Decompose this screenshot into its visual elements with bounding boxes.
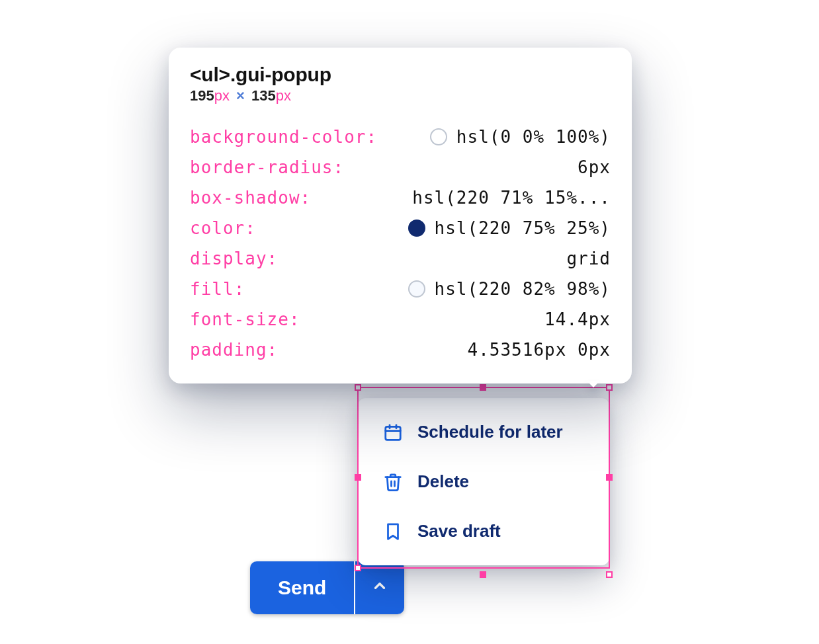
tooltip-height-value: 135 <box>251 87 276 104</box>
gui-popup: Schedule for later Delete Save draft <box>358 398 609 565</box>
times-icon: × <box>234 87 247 104</box>
send-options-toggle[interactable] <box>355 561 404 614</box>
tooltip-style-key: fill <box>190 280 245 298</box>
send-button-label: Send <box>278 577 326 599</box>
tooltip-style-value-text: 4.53516px 0px <box>468 341 611 358</box>
tooltip-selector-tag: <ul> <box>190 63 230 85</box>
tooltip-style-value: hsl(0 0% 100%) <box>430 128 611 145</box>
tooltip-style-row: font-size14.4px <box>190 304 611 335</box>
calendar-icon <box>383 423 403 442</box>
color-swatch-icon <box>430 128 447 145</box>
tooltip-height-unit: px <box>276 87 291 104</box>
svg-rect-0 <box>386 426 401 440</box>
trash-icon <box>383 472 403 492</box>
popup-item-delete[interactable]: Delete <box>358 457 609 506</box>
tooltip-style-value: 4.53516px 0px <box>468 341 611 358</box>
tooltip-style-value: hsl(220 82% 98%) <box>408 280 611 298</box>
popup-item-save-draft[interactable]: Save draft <box>358 506 609 556</box>
popup-item-schedule[interactable]: Schedule for later <box>358 407 609 457</box>
tooltip-style-key: font-size <box>190 311 300 328</box>
tooltip-style-row: border-radius6px <box>190 152 611 182</box>
selection-handle <box>480 571 486 578</box>
tooltip-style-value-text: hsl(220 71% 15%... <box>412 189 611 206</box>
send-split-button: Send <box>250 561 404 614</box>
tooltip-style-value-text: grid <box>566 250 611 267</box>
tooltip-style-key: display <box>190 250 278 267</box>
tooltip-style-key: border-radius <box>190 159 344 176</box>
popup-item-label: Save draft <box>417 521 501 542</box>
tooltip-style-row: padding4.53516px 0px <box>190 335 611 365</box>
tooltip-style-key: padding <box>190 341 278 358</box>
send-button[interactable]: Send <box>250 561 354 614</box>
devtools-inspector-tooltip: <ul>.gui-popup 195px × 135px background-… <box>169 48 632 383</box>
tooltip-dimensions: 195px × 135px <box>190 87 611 104</box>
tooltip-style-row: fillhsl(220 82% 98%) <box>190 274 611 304</box>
chevron-up-icon <box>371 577 388 599</box>
color-swatch-icon <box>408 220 425 237</box>
tooltip-style-row: background-colorhsl(0 0% 100%) <box>190 122 611 152</box>
selection-handle <box>606 571 613 578</box>
tooltip-selector-class: .gui-popup <box>230 63 331 85</box>
selection-handle <box>480 384 486 391</box>
tooltip-style-value: 14.4px <box>544 311 611 328</box>
tooltip-style-value: hsl(220 71% 15%... <box>412 189 611 206</box>
selection-handle <box>606 384 613 391</box>
tooltip-style-value: hsl(220 75% 25%) <box>408 220 611 237</box>
tooltip-style-value-text: 14.4px <box>544 311 611 328</box>
tooltip-style-row: box-shadowhsl(220 71% 15%... <box>190 182 611 213</box>
tooltip-style-value-text: hsl(220 75% 25%) <box>435 220 611 237</box>
tooltip-style-value-text: 6px <box>578 159 611 176</box>
popup-item-label: Delete <box>417 471 469 492</box>
bookmark-icon <box>383 522 403 542</box>
tooltip-style-value: grid <box>566 250 611 267</box>
tooltip-style-key: box-shadow <box>190 189 311 206</box>
popup-item-label: Schedule for later <box>417 422 563 442</box>
selection-handle <box>355 384 361 391</box>
tooltip-style-row: colorhsl(220 75% 25%) <box>190 213 611 243</box>
tooltip-style-key: background-color <box>190 128 377 145</box>
tooltip-style-value-text: hsl(220 82% 98%) <box>435 280 611 298</box>
color-swatch-icon <box>408 280 425 298</box>
tooltip-selector: <ul>.gui-popup <box>190 63 611 86</box>
tooltip-style-value: 6px <box>578 159 611 176</box>
tooltip-style-key: color <box>190 220 256 237</box>
tooltip-style-row: displaygrid <box>190 243 611 274</box>
tooltip-width-value: 195 <box>190 87 214 104</box>
tooltip-width-unit: px <box>214 87 230 104</box>
tooltip-style-value-text: hsl(0 0% 100%) <box>456 128 611 145</box>
tooltip-style-rows: background-colorhsl(0 0% 100%)border-rad… <box>190 122 611 365</box>
